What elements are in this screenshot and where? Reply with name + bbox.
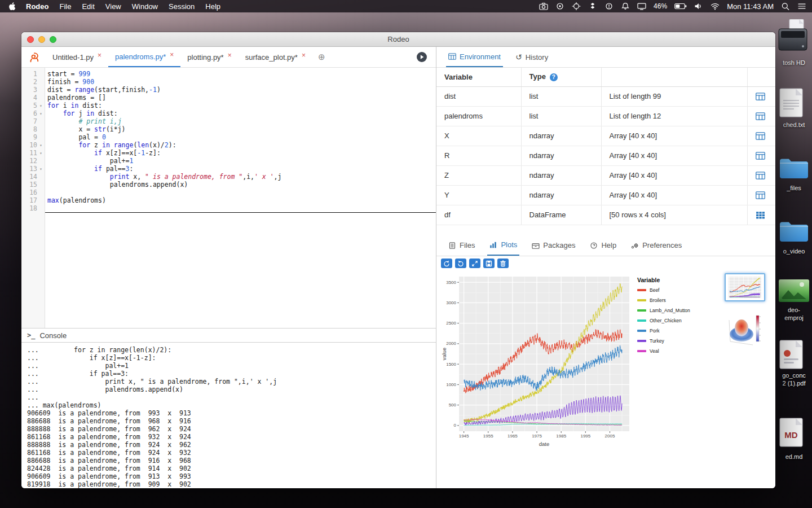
tab-untitled-1-py[interactable]: Untitled-1.py×: [46, 47, 108, 67]
previous-plot-button[interactable]: [441, 259, 452, 268]
env-row-Z: ZndarrayArray [40 x 40]: [436, 165, 775, 185]
save-plot-button[interactable]: [483, 259, 495, 268]
close-tab-icon[interactable]: ×: [302, 51, 306, 59]
desktop-icon-txt-1[interactable]: ched.txt: [778, 88, 810, 117]
display-mirroring-icon[interactable]: [637, 2, 646, 10]
tab-plots[interactable]: Plots: [487, 235, 519, 256]
console-output[interactable]: ... for z in range(len(x)/2):... if x[z]…: [21, 343, 436, 488]
tab-packages[interactable]: Packages: [529, 235, 577, 256]
help-circle-icon: [590, 242, 598, 249]
legend-swatch: [637, 340, 646, 342]
menu-help[interactable]: Help: [205, 2, 220, 11]
view-variable-button[interactable]: [747, 146, 775, 165]
tab-files[interactable]: Files: [446, 235, 477, 256]
battery-icon[interactable]: [674, 2, 687, 10]
legend-label: Other_Chicken: [650, 318, 682, 323]
plot-thumbnail-current[interactable]: [725, 273, 765, 301]
volume-icon[interactable]: [694, 2, 703, 10]
tab-surface-plot-py[interactable]: surface_plot.py*×: [239, 47, 312, 67]
variable-name: Y: [436, 185, 521, 205]
info-icon[interactable]: [604, 2, 614, 10]
menu-view[interactable]: View: [105, 2, 121, 11]
code-line-18: 18: [21, 204, 436, 212]
next-plot-button[interactable]: [455, 259, 466, 268]
dropbox-icon[interactable]: [588, 2, 597, 10]
variable-name: R: [436, 146, 521, 165]
spotlight-search-icon[interactable]: [781, 2, 790, 10]
minimize-window-button[interactable]: [38, 36, 45, 43]
zoom-window-button[interactable]: [50, 36, 56, 43]
console-line: ... max(palendroms): [27, 401, 436, 409]
history-icon: ↺: [515, 54, 522, 60]
delete-plot-button[interactable]: [497, 259, 509, 268]
variable-name: palendroms: [436, 106, 521, 126]
menu-session[interactable]: Session: [169, 2, 195, 11]
crosshair-icon[interactable]: [572, 2, 581, 10]
tab-label: History: [526, 53, 548, 62]
menu-window[interactable]: Window: [132, 2, 158, 11]
plot-thumbnails: [725, 272, 772, 489]
run-script-button[interactable]: [416, 51, 427, 63]
close-window-button[interactable]: [27, 36, 34, 43]
tab-label: Preferences: [642, 241, 682, 249]
apple-menu-icon[interactable]: [8, 2, 16, 11]
tab-preferences[interactable]: Preferences: [629, 235, 684, 256]
view-variable-button[interactable]: [747, 205, 775, 225]
console-line: 906609 is a palendrome, from 913 x 993: [27, 472, 436, 480]
new-tab-button[interactable]: ⊕: [312, 52, 331, 62]
tab-plotting-py[interactable]: plotting.py*×: [180, 47, 238, 67]
env-row-df: dfDataFrame[50 rows x 4 cols]: [436, 205, 775, 225]
close-tab-icon[interactable]: ×: [98, 51, 102, 59]
battery-percent: 46%: [654, 2, 667, 10]
desktop-icon-md-6[interactable]: MDed.md: [778, 418, 810, 447]
menu-edit[interactable]: Edit: [82, 2, 94, 11]
tab-palendroms-py[interactable]: palendroms.py*×: [108, 47, 180, 67]
type-help-icon[interactable]: ?: [550, 73, 558, 81]
legend-swatch: [637, 289, 646, 291]
close-tab-icon[interactable]: ×: [228, 51, 232, 59]
tab-label: Untitled-1.py: [52, 53, 94, 62]
variable-description: Array [40 x 40]: [601, 126, 747, 146]
surface-plot-thumbnail-image: [727, 309, 763, 353]
code-line-6: 6▾ for j in dist:: [21, 110, 436, 117]
code-line-3: 3dist = range(start,finish,-1): [21, 86, 436, 94]
tab-help[interactable]: Help: [588, 235, 619, 256]
wifi-icon[interactable]: [710, 2, 720, 10]
view-variable-button[interactable]: [747, 106, 775, 126]
tab-label: Packages: [543, 241, 575, 249]
plot-thumbnail-surface[interactable]: [725, 307, 765, 354]
notification-bell-icon[interactable]: [621, 2, 630, 10]
code-line-8: 8 x = str(i*j): [21, 125, 436, 133]
svg-text:500: 500: [449, 402, 457, 408]
desktop-icon-folder-2[interactable]: _files: [778, 156, 810, 181]
record-icon[interactable]: [555, 2, 564, 10]
tab-label: surface_plot.py*: [245, 53, 298, 62]
desktop-icon-image-4[interactable]: deo-emproj: [778, 279, 810, 303]
view-variable-button[interactable]: [747, 185, 775, 205]
console-header: >_ Console: [21, 328, 436, 343]
desktop-icon-folder-3[interactable]: o_video: [778, 219, 810, 244]
expand-plot-button[interactable]: [469, 259, 480, 268]
legend-swatch: [637, 319, 646, 322]
view-variable-button[interactable]: [747, 165, 775, 185]
variable-description: List of length 12: [601, 106, 747, 126]
camera-icon[interactable]: [539, 2, 548, 10]
view-variable-button[interactable]: [747, 86, 775, 106]
notification-center-icon[interactable]: [797, 2, 806, 10]
menu-clock[interactable]: Mon 11:43 AM: [727, 2, 774, 11]
close-tab-icon[interactable]: ×: [170, 51, 174, 59]
code-line-16: 16: [21, 189, 436, 196]
code-editor[interactable]: 1start = 9992finish = 9003dist = range(s…: [21, 68, 436, 328]
tab-history[interactable]: ↺ History: [513, 47, 550, 67]
svg-text:3500: 3500: [446, 279, 456, 284]
window-title-bar[interactable]: Rodeo: [21, 32, 775, 47]
desktop-icon-drive-0[interactable]: tosh HD: [778, 19, 810, 53]
view-variable-button[interactable]: [747, 126, 775, 146]
env-row-palendroms: palendromslistList of length 12: [436, 106, 775, 126]
tab-environment[interactable]: Environment: [446, 47, 503, 67]
svg-text:1500: 1500: [446, 361, 456, 366]
menu-rodeo[interactable]: Rodeo: [26, 2, 48, 11]
menu-file[interactable]: File: [59, 2, 71, 11]
legend-item-Other_Chicken: Other_Chicken: [637, 318, 699, 323]
desktop-icon-pdf-5[interactable]: go_conc2 (1).pdf: [778, 340, 810, 369]
